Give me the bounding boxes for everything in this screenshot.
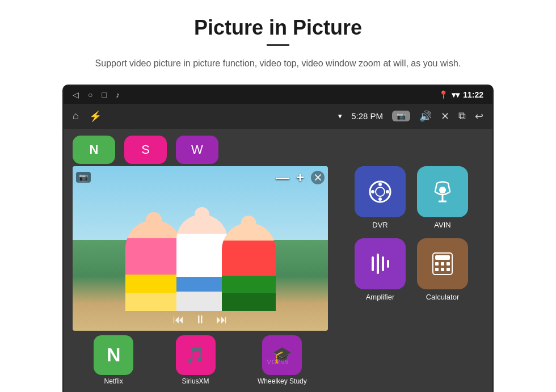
app-avin[interactable]: AVIN — [417, 166, 468, 229]
svg-rect-20 — [447, 268, 450, 271]
pip-camera-icon: 📷 — [76, 172, 91, 183]
top-apps-row: N S W — [64, 129, 492, 164]
app-siriusxm[interactable]: 🎵 SiriusXM — [176, 335, 216, 385]
svg-point-6 — [439, 187, 446, 193]
back-nav-icon[interactable]: ◁ — [73, 90, 79, 99]
wheelkey-icon-box: 🎓 — [262, 335, 302, 375]
dvr-icon-box — [355, 166, 406, 217]
avin-label: AVIN — [434, 221, 450, 229]
svg-rect-14 — [435, 255, 450, 260]
siriusxm-icon-box: 🎵 — [176, 335, 216, 375]
app-amplifier[interactable]: Amplifier — [355, 238, 406, 301]
app-calculator[interactable]: Calculator — [417, 238, 468, 301]
camera-button[interactable]: 📷 — [392, 111, 410, 121]
svg-rect-16 — [441, 262, 444, 265]
toolbar-wifi-icon: ▾ — [338, 112, 342, 120]
pip-plus-button[interactable]: + — [296, 170, 304, 186]
pip-container: 📷 — + ✕ ⏮ ⏸ ⏭ — [73, 166, 328, 387]
device-frame: ◁ ○ □ ♪ 📍 ▾▾ 11:22 ⌂ ⚡ ▾ 5:28 PM 📷 🔊 ✕ ⧉… — [62, 85, 494, 392]
calculator-icon-box — [417, 238, 468, 289]
svg-rect-17 — [447, 262, 450, 265]
status-bar-nav: ◁ ○ □ ♪ — [73, 90, 120, 99]
status-time: 11:22 — [463, 90, 483, 99]
close-button[interactable]: ✕ — [441, 110, 449, 123]
calculator-icon — [428, 250, 457, 278]
location-icon: 📍 — [439, 90, 448, 99]
wifi-icon: ▾▾ — [452, 90, 460, 99]
netflix-icon-box: N — [94, 335, 133, 375]
calculator-label: Calculator — [426, 293, 460, 301]
main-screen: N S W — [64, 129, 492, 392]
toolbar-left: ⌂ ⚡ — [73, 110, 102, 123]
pip-next-button[interactable]: ⏭ — [216, 313, 228, 326]
svg-rect-10 — [377, 254, 379, 274]
avin-icon — [428, 178, 457, 206]
toolbar-time: 5:28 PM — [351, 111, 383, 121]
amplifier-label: Amplifier — [366, 293, 395, 301]
svg-rect-15 — [435, 262, 439, 265]
svg-rect-11 — [382, 256, 384, 271]
volume-icon[interactable]: 🔊 — [419, 110, 432, 123]
pip-play-pause-button[interactable]: ⏸ — [195, 313, 206, 326]
pip-top-controls: 📷 — + ✕ — [76, 170, 325, 186]
usb-icon[interactable]: ⚡ — [89, 110, 102, 123]
bottom-apps: N Netflix 🎵 SiriusXM 🎓 Wh — [73, 331, 328, 387]
toolbar-right: ▾ 5:28 PM 📷 🔊 ✕ ⧉ ↩ — [338, 110, 483, 123]
svg-point-3 — [378, 197, 382, 201]
svg-rect-18 — [435, 268, 439, 271]
avin-icon-box — [417, 166, 468, 217]
netflix-label: Netflix — [104, 377, 123, 385]
siriusxm-label: SiriusXM — [182, 377, 209, 385]
amplifier-icon — [366, 250, 394, 278]
pip-prev-button[interactable]: ⏮ — [173, 313, 184, 326]
pip-close-button[interactable]: ✕ — [311, 171, 325, 184]
app-area: 📷 — + ✕ ⏮ ⏸ ⏭ — [64, 159, 492, 392]
pip-video[interactable]: 📷 — + ✕ ⏮ ⏸ ⏭ — [73, 166, 328, 331]
page-title: Picture in Picture — [194, 16, 362, 40]
home-nav-icon[interactable]: ○ — [88, 90, 92, 99]
right-apps: DVR AVIN — [328, 166, 483, 387]
app-netflix[interactable]: N Netflix — [94, 335, 133, 385]
music-nav-icon[interactable]: ♪ — [116, 90, 120, 99]
svg-point-2 — [378, 183, 382, 186]
status-bar: ◁ ○ □ ♪ 📍 ▾▾ 11:22 — [64, 86, 492, 104]
pip-minus-button[interactable]: — — [276, 170, 289, 186]
svg-point-1 — [376, 187, 385, 196]
toolbar: ⌂ ⚡ ▾ 5:28 PM 📷 🔊 ✕ ⧉ ↩ — [64, 104, 492, 129]
right-apps-row1: DVR AVIN — [339, 166, 483, 229]
wheelkey-label: Wheelkey Study — [258, 377, 307, 385]
amplifier-icon-box — [355, 238, 406, 289]
recent-nav-icon[interactable]: □ — [102, 90, 106, 99]
svg-rect-9 — [372, 256, 374, 271]
dvr-label: DVR — [372, 221, 387, 229]
title-divider — [267, 44, 289, 46]
status-bar-right: 📍 ▾▾ 11:22 — [439, 90, 483, 99]
svg-rect-12 — [387, 260, 389, 268]
window-icon[interactable]: ⧉ — [458, 110, 466, 122]
watermark: VCZ99 — [267, 359, 289, 365]
right-apps-row2: Amplifier — [339, 238, 483, 301]
svg-rect-19 — [441, 268, 444, 271]
dvr-icon — [366, 178, 394, 206]
home-icon[interactable]: ⌂ — [73, 110, 79, 122]
subtitle: Support video picture in picture functio… — [95, 56, 461, 71]
svg-point-5 — [386, 190, 389, 193]
back-button[interactable]: ↩ — [475, 110, 483, 123]
app-dvr[interactable]: DVR — [355, 166, 406, 229]
svg-point-4 — [371, 190, 374, 193]
pip-playback-controls: ⏮ ⏸ ⏭ — [173, 313, 228, 326]
